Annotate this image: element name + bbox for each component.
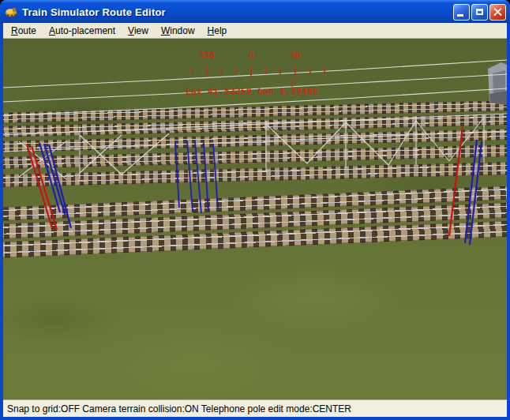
window-title: Train Simulator Route Editor xyxy=(22,6,166,18)
telephone-pole-red[interactable] xyxy=(449,127,463,236)
menu-bar: Route Auto-placement View Window Help xyxy=(3,23,507,39)
title-bar[interactable]: Train Simulator Route Editor xyxy=(0,0,510,24)
distant-structure-icon xyxy=(488,62,507,105)
minimize-button[interactable] xyxy=(453,4,470,21)
maximize-icon xyxy=(476,9,483,15)
status-bar: Snap to grid:OFF Camera terrain collisio… xyxy=(3,399,507,417)
telephone-pole-blue[interactable] xyxy=(187,141,193,212)
close-button[interactable] xyxy=(489,4,506,21)
compass-label-0: 0 xyxy=(249,51,254,61)
menu-item-auto-placement[interactable]: Auto-placement xyxy=(43,24,122,38)
pole-cluster-left xyxy=(27,143,71,230)
3d-viewport[interactable]: 330 0 30 Lat 41.52259 Lon 1.39465 xyxy=(3,39,507,399)
app-icon xyxy=(5,6,18,18)
telephone-pole-blue[interactable] xyxy=(204,143,208,211)
menu-item-help[interactable]: Help xyxy=(201,24,234,38)
window-controls xyxy=(453,4,506,21)
telephone-pole-blue[interactable] xyxy=(175,142,179,208)
telephone-pole-blue[interactable] xyxy=(44,144,65,214)
maximize-button[interactable] xyxy=(471,4,488,21)
pole-cluster-right xyxy=(449,127,482,245)
menu-item-window[interactable]: Window xyxy=(155,24,201,38)
compass-ticks xyxy=(192,66,324,87)
menu-item-view[interactable]: View xyxy=(122,24,155,38)
telephone-pole-blue[interactable] xyxy=(195,141,201,213)
menu-item-route[interactable]: Route xyxy=(5,24,43,38)
position-readout: Lat 41.52259 Lon 1.39465 xyxy=(186,86,319,96)
app-window: Train Simulator Route Editor Route Auto-… xyxy=(0,0,510,420)
status-text: Snap to grid:OFF Camera terrain collisio… xyxy=(7,403,351,414)
catenary-wireframe xyxy=(3,114,507,179)
compass-label-30: 30 xyxy=(290,51,300,61)
compass-label-330: 330 xyxy=(199,51,215,61)
pole-cluster-middle xyxy=(175,141,218,213)
minimize-icon xyxy=(457,14,463,17)
telephone-pole-blue[interactable] xyxy=(213,144,218,208)
close-icon xyxy=(493,8,502,17)
